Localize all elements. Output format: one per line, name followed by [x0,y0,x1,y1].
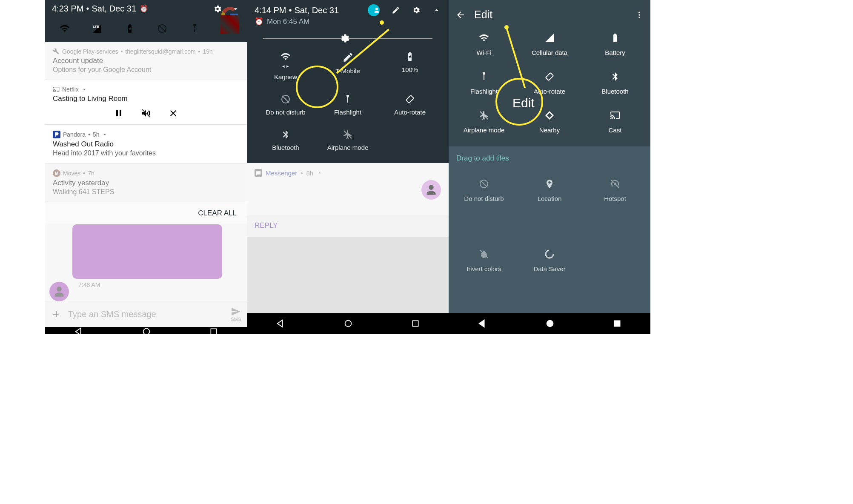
sms-compose-bar[interactable]: Type an SMS message SMS [45,301,247,327]
dnd-icon[interactable] [157,23,167,34]
reply-button[interactable]: REPLY [247,215,449,236]
alarm-icon: ⏰ [140,5,148,13]
home-button[interactable] [343,319,353,328]
available-hotspot[interactable]: Hotspot [582,179,648,235]
close-icon[interactable] [168,108,178,118]
page-title: Edit [474,9,627,21]
svg-text:LTE: LTE [93,25,99,29]
svg-text:M: M [55,171,59,176]
svg-rect-8 [406,95,414,103]
notification-pandora[interactable]: Pandora• 5h Washed Out Radio Head into 2… [45,125,247,163]
notification-google[interactable]: Google Play services• theglittersquid@gm… [45,42,247,80]
back-button[interactable] [74,327,83,334]
chevron-up-icon[interactable] [432,6,441,14]
status-bar: 4:23 PM • Sat, Dec 31 ⏰ [45,0,247,17]
date: Sat, Dec 31 [92,4,137,14]
edit-icon[interactable] [392,6,400,14]
brightness-slider[interactable] [263,38,432,39]
pandora-icon [53,131,60,138]
clear-all-button[interactable]: CLEAR ALL [45,202,247,224]
flashlight-icon[interactable] [189,23,200,34]
available-location[interactable]: Location [517,179,582,235]
profile-avatar[interactable] [368,4,380,16]
mute-icon[interactable] [141,108,151,118]
notification-moves[interactable]: M Moves• 7h Activity yesterday Walking 6… [45,163,247,202]
svg-rect-15 [546,73,553,80]
recents-button[interactable] [209,327,218,334]
wrench-icon [53,48,60,55]
quick-settings-mini: LTE [45,17,247,42]
svg-rect-20 [614,321,620,326]
tile-cast[interactable]: Cast [582,110,648,134]
available-dnd[interactable]: Do not disturb [451,179,517,235]
tile-rotate[interactable]: Auto-rotate [517,72,582,95]
sms-bubble [72,224,222,279]
nav-bar [247,313,449,334]
svg-point-14 [638,17,640,18]
contact-avatar[interactable] [49,282,69,301]
nav-bar [45,327,247,334]
tile-airplane[interactable]: Airplane mode [451,110,517,134]
back-arrow-icon[interactable] [455,10,466,20]
tile-wifi[interactable]: Wi-Fi [451,33,517,56]
date: Sat, Dec 31 [295,6,339,15]
home-button[interactable] [142,327,151,334]
messenger-icon [255,169,262,177]
tile-battery[interactable]: Battery [582,33,648,56]
chevron-up-icon[interactable] [317,170,323,176]
tile-nearby[interactable]: Nearby [517,110,582,134]
drag-section-label: Drag to add tiles [449,146,650,170]
wifi-icon[interactable] [60,23,70,34]
next-alarm: ⏰Mon 6:45 AM [255,17,441,26]
svg-point-19 [547,321,553,327]
moves-icon: M [53,169,60,177]
sms-input[interactable]: Type an SMS message [68,309,224,319]
tile-wifi[interactable]: ◂ ▸Kagnew [255,52,317,80]
time: 4:23 PM [52,4,83,14]
album-art [220,15,239,34]
gear-icon[interactable] [412,6,421,14]
chevron-down-icon[interactable] [81,86,87,92]
brightness-icon[interactable] [339,33,350,44]
recents-button[interactable] [411,319,420,328]
chevron-down-icon[interactable] [102,132,108,137]
tile-bluetooth[interactable]: Bluetooth [582,72,648,95]
cast-icon [53,86,60,93]
tile-battery[interactable]: 100% [379,52,441,80]
cellular-icon[interactable]: LTE [92,23,102,34]
messenger-avatar[interactable] [421,180,441,200]
back-button[interactable] [276,319,285,328]
notification-messenger[interactable]: Messenger• 8h [247,163,449,177]
notification-netflix[interactable]: Netflix Casting to Living Room [45,80,247,125]
svg-point-13 [638,14,640,15]
tile-airplane[interactable]: Airplane mode [317,129,379,151]
time: 4:14 PM [255,6,286,15]
svg-point-18 [546,250,553,258]
highlight-dot [380,20,384,25]
battery-icon[interactable] [125,23,135,34]
svg-point-12 [638,11,640,13]
tile-cellular[interactable]: Cellular data [517,33,582,56]
svg-point-5 [143,329,150,334]
more-icon[interactable] [635,11,644,19]
tile-rotate[interactable]: Auto-rotate [379,94,441,116]
available-invert[interactable]: Invert colors [451,249,517,305]
sms-time: 7:48 AM [78,281,247,288]
status-bar: 4:14 PM • Sat, Dec 31 [255,4,441,16]
tile-dnd[interactable]: Do not disturb [255,94,317,116]
tile-edit-placeholder[interactable]: T-Mobile [317,52,379,80]
tile-flashlight[interactable]: Flashlight [317,94,379,116]
tile-bluetooth[interactable]: Bluetooth [255,129,317,151]
nav-bar [449,313,650,334]
home-button[interactable] [545,319,555,328]
svg-point-10 [345,321,352,327]
tile-flashlight[interactable]: Flashlight [451,72,517,95]
svg-rect-11 [412,321,418,326]
recents-button[interactable] [613,319,621,328]
available-datasaver[interactable]: Data Saver [517,249,582,305]
plus-icon[interactable] [51,309,61,319]
back-button[interactable] [478,319,487,328]
send-icon[interactable] [231,306,241,317]
pause-icon[interactable] [114,108,124,118]
svg-rect-6 [211,329,216,334]
